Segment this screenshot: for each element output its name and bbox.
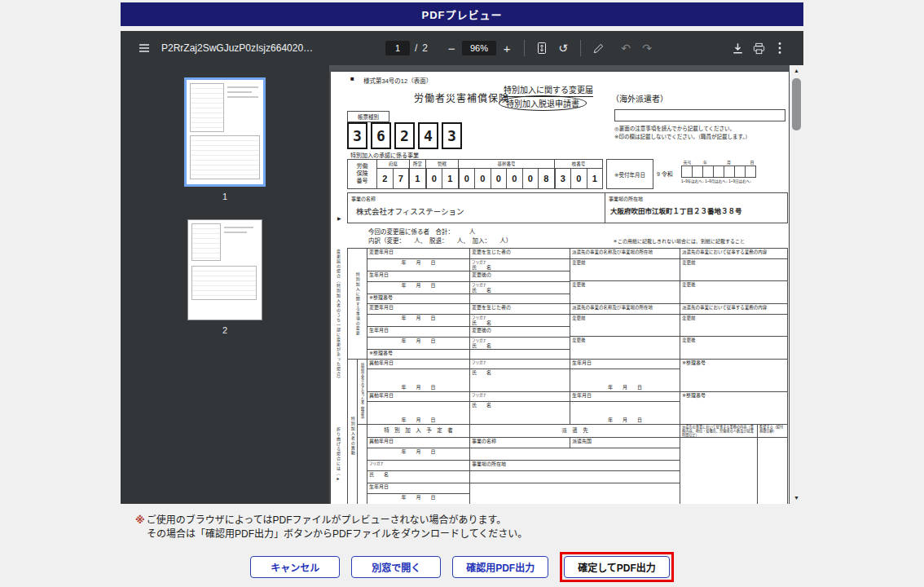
menu-icon[interactable]: [134, 38, 155, 59]
form-cell: 生年月日: [367, 483, 469, 493]
biz-addr-label: 事業場の所在地: [609, 195, 784, 202]
business-name-cell: 事業の名称 株式会社オフィスステーション: [348, 193, 605, 223]
hoken-header: 所掌: [410, 160, 426, 168]
date-boxes: [681, 166, 764, 178]
form-cell: フリガナ: [469, 359, 570, 369]
document-filename: P2RrZaj2SwGJuzP0zIsjz66402025...: [161, 42, 316, 54]
thumbnail-art: [224, 232, 247, 233]
thumbnail-art: [224, 227, 253, 228]
form-cell: フリガナ氏 名: [469, 314, 570, 326]
viewer-body: 1 2 ■ 様式第34号の1: [121, 65, 803, 504]
form-cell: 生年月日: [367, 271, 469, 281]
page-total: 2: [422, 42, 428, 54]
form-cell: フリガナ氏 名: [469, 258, 570, 271]
form-cell: 変更後の: [469, 326, 570, 337]
form-cell: [757, 437, 788, 504]
confirm-highlight-box: 確定してPDF出力: [560, 552, 674, 582]
chohyo-label: 帳票種別: [347, 111, 389, 122]
fold-arrow: ▶: [337, 215, 341, 221]
annotate-button[interactable]: [587, 38, 609, 59]
thumbnail-art: [227, 96, 258, 98]
group2-inner-vertical: 特別加入者でなくなった者（脱退等）: [357, 359, 367, 424]
hoken-digit: 7: [394, 169, 411, 188]
date-box: [692, 166, 703, 178]
pdf-check-output-button[interactable]: 確認用PDF出力: [452, 556, 548, 578]
thumbnail-2-image[interactable]: [187, 219, 262, 320]
print-button[interactable]: [748, 38, 769, 59]
scroll-down-arrow[interactable]: ▼: [790, 494, 803, 502]
form-cell: フリガナ氏 名: [469, 281, 570, 294]
rotate-button[interactable]: ↺: [552, 38, 574, 59]
form-cell: 派遣先国: [570, 437, 680, 448]
date-header: 日: [741, 159, 763, 166]
group2-vertical-text: 特別加入者の異動: [350, 417, 354, 456]
date-box: [702, 166, 714, 178]
date-box: [745, 166, 756, 178]
group2-inner-text: 特別加入者でなくなった者（脱退等）: [360, 363, 364, 421]
page-number-input[interactable]: 1: [385, 41, 410, 55]
hoken-header: 枝番号: [555, 160, 602, 168]
group1-vertical: 特別加入に関する事項の変更: [347, 248, 367, 359]
scrollbar-thumb[interactable]: [792, 78, 801, 130]
note1-text: ご使用のブラウザによってはPDFファイルがプレビューされない場合があります。: [147, 514, 507, 526]
note2-text: その場合は「確認用PDF出力」ボタンからPDFファイルをダウンロードしてください…: [147, 528, 527, 540]
form-cell: ※整理番号: [367, 294, 469, 303]
form-cell: 変更年月日: [367, 303, 469, 314]
action-buttons: キャンセル 別窓で開く 確認用PDF出力 確定してPDF出力: [121, 552, 803, 582]
form-cell: [469, 349, 570, 359]
form-cell: 異動年月日: [367, 437, 469, 448]
fit-page-button[interactable]: [531, 38, 552, 59]
cancel-button[interactable]: キャンセル: [250, 556, 340, 578]
biz-addr-value: 大阪府吹田市江坂町１丁目２３番地３８号: [610, 205, 784, 215]
browser-note-line2: その場合は「確認用PDF出力」ボタンからPDFファイルをダウンロードしてください…: [121, 527, 803, 541]
form-cell: 変更後: [680, 280, 788, 303]
form-cell: 生年月日: [570, 391, 680, 401]
open-new-window-button[interactable]: 別窓で開く: [351, 556, 441, 578]
download-button[interactable]: [727, 38, 748, 59]
zoom-out-button[interactable]: −: [441, 38, 462, 59]
form-cell: 年 月 日: [367, 258, 469, 271]
undo-button[interactable]: ↶: [615, 38, 636, 59]
hoken-header: 管轄: [426, 160, 459, 168]
hoken-digit: 2: [377, 169, 394, 188]
thumbnail-1-label: 1: [184, 192, 266, 201]
form-cell: [469, 470, 680, 483]
zoom-level[interactable]: 96%: [462, 41, 496, 55]
form-cell: 変更前: [570, 258, 680, 280]
form-cell: 年 月 日: [570, 401, 680, 424]
toolbar-divider: [580, 40, 581, 56]
name-label: 氏 名: [472, 288, 568, 294]
hoken-digit: 0: [571, 169, 587, 188]
thumbnail-art: [227, 86, 258, 88]
fold-note-vertical: 折り曲げる場合には（►: [336, 427, 341, 504]
scroll-up-arrow[interactable]: ▲: [790, 67, 803, 75]
vertical-scrollbar[interactable]: ▲ ▼: [790, 65, 803, 504]
hoken-digit: 3: [556, 169, 572, 188]
chohyo-digit: 4: [418, 122, 438, 149]
note-read: ◎裏面の注意事項を読んでから記載してください。: [614, 124, 735, 132]
thumbnail-page-1[interactable]: 1: [184, 77, 266, 201]
form-cell: 変更前: [570, 314, 680, 336]
hoken-digit: 0: [523, 169, 539, 188]
thumbnail-1-image[interactable]: [184, 77, 266, 187]
form-cell: フリガナ氏 名: [469, 337, 570, 349]
date-box: [681, 166, 693, 178]
date-note: 1~9年は右へ↓ 1~9月は右へ↓ 1~9日は右へ↓: [681, 179, 764, 183]
more-options-button[interactable]: [769, 38, 790, 59]
rodo-hoken-label-cell: 労働保険番号: [348, 160, 377, 188]
zoom-in-button[interactable]: +: [496, 38, 517, 59]
form-cell: 年 月 日: [367, 337, 469, 349]
hoken-digit: 1: [587, 169, 603, 188]
left-margin-vertical-text: 変更届の場合（特別加入者のうち一部に変更があった場合）: [336, 249, 341, 422]
form-cell: 生年月日: [570, 359, 680, 369]
form-cell: 生年月日: [367, 326, 469, 337]
redo-button[interactable]: ↷: [636, 38, 658, 59]
fold-note-text: 折り曲げる場合には（►: [336, 427, 341, 504]
form-cell: 変更前: [680, 258, 788, 280]
pdf-confirm-output-button[interactable]: 確定してPDF出力: [564, 556, 670, 578]
thumbnail-page-2[interactable]: 2: [187, 201, 262, 335]
form-insurance-title: 労働者災害補償保険: [414, 90, 509, 104]
form-cell: 年 月 日: [367, 401, 469, 424]
date-header: 元号: [681, 159, 693, 166]
thumbnail-art: [190, 135, 260, 179]
